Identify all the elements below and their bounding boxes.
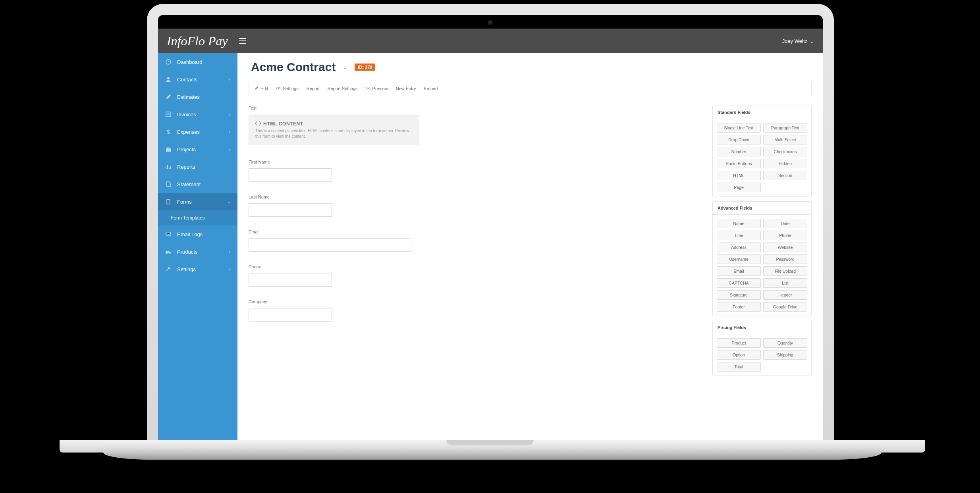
palette-button-signature[interactable]: Signature	[717, 290, 761, 300]
palette-button-total[interactable]: Total	[717, 362, 761, 372]
user-name: Joey Weitz	[782, 38, 807, 44]
user-menu[interactable]: Joey Weitz ⌄	[782, 38, 814, 44]
palette-button-date[interactable]: Date	[763, 219, 807, 228]
form-field-email[interactable]: Email	[249, 229, 701, 252]
palette-button-captcha[interactable]: CAPTCHA	[717, 278, 761, 288]
palette-button-shipping[interactable]: Shipping	[763, 350, 807, 360]
field-label: First Name	[249, 160, 701, 164]
palette-panel-title: Pricing Fields	[713, 321, 811, 334]
palette-button-page[interactable]: Page	[717, 183, 761, 192]
form-field-phone[interactable]: Phone	[249, 264, 701, 287]
page-header: Acme Contract ⌄ ID: 379	[237, 53, 823, 78]
palette-button-checkboxes[interactable]: Checkboxes	[763, 147, 807, 156]
sidebar-item-label: Projects	[177, 146, 224, 152]
dollar-icon: $	[165, 129, 172, 135]
form-field-first-name[interactable]: First Name	[249, 160, 701, 182]
palette-button-username[interactable]: Username	[717, 254, 761, 264]
palette-button-email[interactable]: Email	[717, 266, 761, 276]
dashboard-icon	[165, 59, 172, 65]
svg-rect-7	[168, 199, 169, 200]
topbar: InfoFlo Pay Joey Weitz ⌄	[158, 29, 823, 53]
field-label: Phone	[249, 264, 701, 269]
chevron-left-icon: ‹	[229, 130, 230, 134]
clipboard-icon	[165, 198, 172, 205]
text-input[interactable]	[249, 238, 411, 252]
palette-button-google-drive[interactable]: Google Drive	[763, 302, 807, 312]
palette-button-section[interactable]: Section	[763, 171, 807, 180]
sidebar-item-expenses[interactable]: $Expenses‹	[158, 123, 237, 141]
brand-logo: InfoFlo Pay	[167, 34, 237, 48]
palette-panel-pricing-fields: Pricing FieldsProductQuantityOptionShipp…	[712, 321, 812, 376]
hamburger-toggle[interactable]	[237, 36, 249, 46]
sidebar-item-email-logs[interactable]: Email Logs	[158, 225, 237, 243]
palette-button-option[interactable]: Option	[717, 350, 761, 360]
palette-button-website[interactable]: Website	[763, 243, 807, 252]
action-edit[interactable]: Edit	[255, 86, 268, 91]
palette-button-radio-buttons[interactable]: Radio Buttons	[717, 159, 761, 168]
user-icon	[165, 76, 172, 83]
svg-rect-2	[166, 112, 171, 117]
form-field-last-name[interactable]: Last Name	[249, 195, 701, 217]
palette-button-paragraph-text[interactable]: Paragraph Text	[763, 123, 807, 133]
palette-button-quantity[interactable]: Quantity	[763, 338, 807, 348]
palette-panel-standard-fields: Standard FieldsSingle Line TextParagraph…	[712, 106, 812, 196]
palette-button-multi-select[interactable]: Multi Select	[763, 135, 807, 144]
sidebar-item-reports[interactable]: Reports	[158, 158, 237, 175]
text-input[interactable]	[249, 308, 332, 322]
chevron-left-icon: ‹	[229, 112, 230, 117]
palette-button-product[interactable]: Product	[717, 338, 761, 348]
camera-dot	[488, 20, 493, 25]
action-report-settings[interactable]: Report Settings	[328, 86, 358, 91]
svg-point-13	[279, 87, 280, 89]
palette-panel-title: Advanced Fields	[713, 202, 811, 215]
palette-button-list[interactable]: List	[763, 278, 807, 288]
code-icon	[255, 121, 261, 127]
svg-point-11	[170, 253, 171, 254]
svg-rect-6	[167, 200, 170, 204]
text-input[interactable]	[249, 203, 332, 217]
action-new-entry[interactable]: New Entry	[396, 86, 416, 91]
sidebar-item-label: Email Logs	[177, 231, 230, 237]
sidebar-subitem-form-templates[interactable]: Form Templates	[158, 210, 237, 225]
palette-button-password[interactable]: Password	[763, 254, 807, 264]
palette-button-number[interactable]: Number	[717, 147, 761, 156]
sidebar-item-contacts[interactable]: Contacts‹	[158, 71, 237, 88]
page-title: Acme Contract	[251, 60, 336, 74]
envelope-icon	[165, 231, 172, 237]
chevron-down-icon: ⌄	[810, 38, 814, 44]
action-embed[interactable]: Embed	[424, 86, 438, 91]
palette-button-header[interactable]: Header	[763, 290, 807, 300]
field-label: Company	[249, 299, 701, 304]
text-input[interactable]	[249, 273, 332, 287]
sidebar-item-settings[interactable]: Settings‹	[158, 260, 237, 278]
palette-button-time[interactable]: Time	[717, 231, 761, 240]
palette-button-hidden[interactable]: Hidden	[763, 159, 807, 168]
palette-button-phone[interactable]: Phone	[763, 231, 807, 240]
svg-rect-9	[166, 251, 169, 253]
field-label: Email	[249, 229, 701, 234]
text-input[interactable]	[249, 168, 332, 182]
sidebar-item-forms[interactable]: Forms⌄	[158, 193, 237, 210]
palette-button-single-line-text[interactable]: Single Line Text	[717, 123, 761, 133]
palette-button-address[interactable]: Address	[717, 243, 761, 252]
sidebar-item-projects[interactable]: Projects‹	[158, 141, 237, 158]
palette-button-drop-down[interactable]: Drop Down	[717, 135, 761, 144]
palette-button-name[interactable]: Name	[717, 219, 761, 228]
title-dropdown[interactable]: ⌄	[343, 64, 347, 70]
form-field-company[interactable]: Company	[249, 299, 701, 322]
palette-button-file-upload[interactable]: File Upload	[763, 266, 807, 276]
sidebar-item-dashboard[interactable]: Dashboard	[158, 53, 237, 71]
sidebar-item-invoices[interactable]: Invoices‹	[158, 106, 237, 123]
action-report[interactable]: Report	[307, 86, 320, 91]
sidebar-item-estimates[interactable]: Estimates	[158, 88, 237, 106]
sidebar-item-products[interactable]: Products‹	[158, 243, 237, 260]
sidebar-item-label: Settings	[177, 266, 224, 272]
action-preview[interactable]: Preview	[366, 86, 388, 91]
sidebar-item-label: Products	[177, 249, 224, 255]
html-content-placeholder[interactable]: HTML CONTENT This is a content placehold…	[249, 115, 419, 145]
palette-button-html[interactable]: HTML	[717, 171, 761, 180]
palette-button-footer[interactable]: Footer	[717, 302, 761, 312]
action-settings[interactable]: Settings	[276, 86, 299, 91]
svg-rect-5	[168, 147, 169, 148]
sidebar-item-statement[interactable]: Statement	[158, 175, 237, 193]
